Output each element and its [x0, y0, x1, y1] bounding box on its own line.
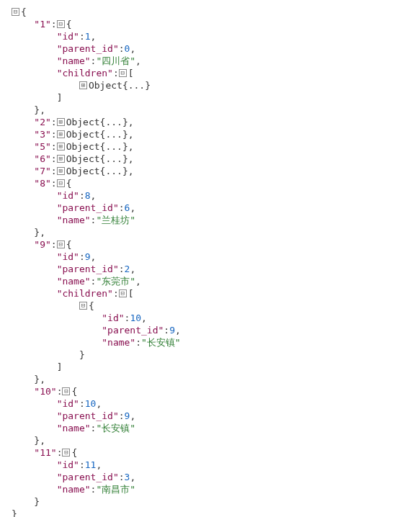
- comma: ,: [40, 104, 45, 115]
- colon: :: [51, 178, 57, 189]
- comma: ,: [175, 325, 181, 336]
- collapse-icon[interactable]: ⊟: [119, 69, 127, 77]
- json-key: "2": [34, 117, 50, 127]
- json-key: "5": [34, 141, 50, 152]
- comma: ,: [135, 276, 141, 287]
- brace-open: {: [71, 386, 77, 397]
- json-number: 10: [130, 313, 141, 323]
- json-number: 9: [85, 251, 91, 262]
- json-key: "11": [34, 447, 56, 458]
- json-line: "7":⊞Object{...},: [12, 165, 408, 177]
- bracket-close: ]: [57, 92, 63, 103]
- collapse-icon[interactable]: ⊟: [57, 179, 65, 187]
- json-line: "5":⊞Object{...},: [12, 140, 408, 153]
- json-line: "6":⊞Object{...},: [12, 153, 408, 165]
- json-line: },: [12, 373, 408, 385]
- json-string: "南昌市": [96, 484, 135, 495]
- comma: ,: [128, 129, 134, 140]
- comma: ,: [128, 117, 134, 127]
- json-line: "8":⊟{: [12, 177, 408, 189]
- comma: ,: [128, 166, 134, 176]
- comma: ,: [128, 153, 134, 164]
- json-line: "id":9,: [12, 251, 408, 263]
- collapse-icon[interactable]: ⊟: [79, 302, 87, 310]
- expand-icon[interactable]: ⊞: [57, 143, 65, 150]
- collapse-icon[interactable]: ⊟: [57, 20, 65, 28]
- collapsed-object[interactable]: Object{...}: [89, 80, 151, 91]
- json-line: "parent_id":9,: [12, 324, 408, 336]
- collapse-icon[interactable]: ⊟: [119, 289, 127, 297]
- collapsed-object[interactable]: Object{...}: [66, 141, 128, 152]
- expand-icon[interactable]: ⊞: [57, 118, 65, 126]
- json-line: "children":⊟[: [12, 67, 408, 79]
- comma: ,: [40, 374, 45, 385]
- json-line: ⊟{: [12, 300, 408, 312]
- colon: :: [79, 190, 85, 201]
- json-line: }: [12, 508, 408, 517]
- expand-icon[interactable]: ⊞: [57, 167, 65, 175]
- json-key: "6": [34, 153, 50, 164]
- brace-close: }: [12, 508, 17, 517]
- json-line: "name":"长安镇": [12, 422, 408, 434]
- json-key: "id": [57, 251, 79, 262]
- colon: :: [79, 459, 85, 470]
- json-key: "name": [57, 215, 91, 225]
- json-line: "name":"南昌市": [12, 483, 408, 495]
- colon: :: [51, 153, 57, 164]
- collapse-icon[interactable]: ⊟: [62, 449, 70, 457]
- comma: ,: [91, 190, 97, 201]
- json-line: "parent_id":6,: [12, 202, 408, 214]
- json-key: "id": [102, 313, 124, 323]
- brace-open: {: [66, 239, 72, 250]
- json-line: },: [12, 434, 408, 446]
- colon: :: [113, 68, 119, 78]
- bracket-close: ]: [57, 361, 63, 372]
- json-key: "8": [34, 178, 50, 189]
- brace-close: }: [79, 349, 85, 360]
- collapsed-object[interactable]: Object{...}: [66, 153, 128, 164]
- collapse-icon[interactable]: ⊟: [12, 8, 19, 16]
- brace-open: {: [21, 6, 27, 17]
- json-key: "parent_id": [57, 472, 119, 482]
- collapsed-object[interactable]: Object{...}: [66, 166, 128, 176]
- collapsed-object[interactable]: Object{...}: [66, 129, 128, 140]
- collapsed-object[interactable]: Object{...}: [66, 117, 128, 127]
- collapse-icon[interactable]: ⊟: [57, 240, 65, 248]
- bracket-open: [: [128, 288, 134, 299]
- json-key: "children": [57, 68, 113, 78]
- json-line: "9":⊟{: [12, 238, 408, 251]
- expand-icon[interactable]: ⊞: [79, 81, 87, 89]
- json-string: "兰桂坊": [96, 215, 135, 225]
- comma: ,: [130, 410, 135, 421]
- expand-icon[interactable]: ⊞: [57, 155, 65, 163]
- json-line: "11":⊟{: [12, 446, 408, 459]
- colon: :: [119, 472, 125, 482]
- json-line: },: [12, 104, 408, 116]
- brace-close: }: [34, 435, 40, 446]
- expand-icon[interactable]: ⊞: [57, 130, 65, 138]
- json-number: 9: [169, 325, 175, 336]
- json-line: ⊞Object{...}: [12, 79, 408, 91]
- brace-close: }: [34, 374, 40, 385]
- json-string: "东莞市": [96, 276, 135, 287]
- bracket-open: [: [128, 68, 134, 78]
- json-number: 1: [85, 31, 91, 42]
- json-key: "parent_id": [57, 410, 119, 421]
- brace-open: {: [66, 178, 72, 189]
- comma: ,: [96, 398, 102, 409]
- json-key: "10": [34, 386, 56, 397]
- json-line: "parent_id":3,: [12, 471, 408, 483]
- json-key: "parent_id": [57, 264, 119, 274]
- brace-open: {: [89, 300, 94, 311]
- collapse-icon[interactable]: ⊟: [62, 387, 70, 395]
- colon: :: [51, 141, 57, 152]
- json-line: "1":⊟{: [12, 18, 408, 30]
- comma: ,: [130, 264, 135, 274]
- comma: ,: [40, 435, 45, 446]
- json-key: "9": [34, 239, 50, 250]
- json-number: 8: [85, 190, 91, 201]
- colon: :: [113, 288, 119, 299]
- json-line: ]: [12, 361, 408, 373]
- colon: :: [135, 337, 141, 348]
- json-key: "name": [57, 55, 91, 66]
